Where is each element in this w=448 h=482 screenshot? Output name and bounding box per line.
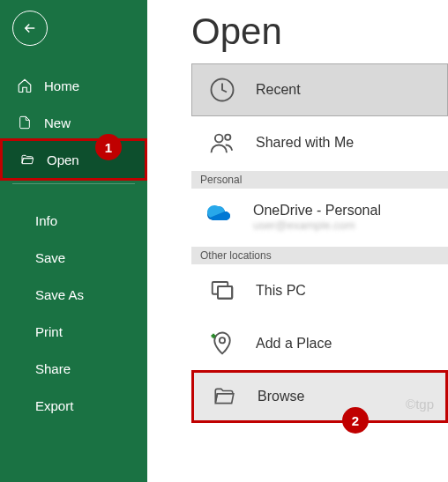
nav-save[interactable]: Save — [0, 239, 147, 276]
svg-point-2 — [225, 135, 230, 140]
nav-open-label: Open — [47, 152, 79, 167]
svg-point-6 — [220, 337, 225, 343]
open-shared-with-me[interactable]: Shared with Me — [191, 116, 448, 169]
annotation-badge-1: 1 — [95, 134, 122, 160]
add-place-icon — [206, 328, 238, 360]
people-icon — [206, 127, 238, 159]
nav-home[interactable]: Home — [0, 67, 147, 104]
nav-export-label: Export — [35, 398, 73, 413]
nav-save-as-label: Save As — [35, 287, 84, 302]
nav-info[interactable]: Info — [0, 202, 147, 239]
backstage-sidebar: Home New Open Info Save Save As Print Sh… — [0, 0, 147, 482]
nav-save-as[interactable]: Save As — [0, 276, 147, 313]
onedrive-subtitle: user@example.com — [253, 219, 381, 232]
section-personal: Personal — [191, 171, 448, 189]
open-shared-label: Shared with Me — [256, 135, 354, 151]
open-recent-label: Recent — [256, 82, 301, 98]
nav-home-label: Home — [44, 78, 79, 93]
folder-open-icon — [19, 151, 36, 168]
back-button[interactable] — [12, 11, 48, 46]
nav-new[interactable]: New — [0, 104, 147, 141]
page-title: Open — [191, 11, 448, 53]
nav-info-label: Info — [35, 213, 57, 228]
onedrive-title: OneDrive - Personal — [253, 203, 381, 219]
back-arrow-icon — [22, 20, 38, 36]
svg-point-1 — [215, 135, 223, 143]
open-recent[interactable]: Recent — [191, 63, 448, 116]
watermark: ©tgp — [406, 397, 434, 412]
nav-open[interactable]: Open — [0, 138, 147, 181]
open-add-place-label: Add a Place — [256, 336, 332, 352]
document-icon — [16, 114, 34, 131]
nav-share[interactable]: Share — [0, 350, 147, 387]
home-icon — [16, 77, 34, 94]
section-other-locations: Other locations — [191, 247, 448, 264]
nav-print[interactable]: Print — [0, 313, 147, 350]
open-onedrive-personal[interactable]: OneDrive - Personal user@example.com — [191, 189, 448, 245]
folder-browse-icon — [208, 381, 240, 412]
svg-rect-4 — [218, 286, 232, 299]
annotation-badge-2: 2 — [342, 407, 369, 434]
onedrive-icon — [205, 201, 237, 233]
open-browse-label: Browse — [258, 389, 304, 404]
open-this-pc[interactable]: This PC — [191, 264, 448, 317]
nav-share-label: Share — [35, 361, 71, 376]
open-this-pc-label: This PC — [256, 283, 306, 299]
clock-icon — [206, 74, 238, 106]
nav-print-label: Print — [35, 324, 63, 339]
open-add-place[interactable]: Add a Place — [191, 317, 448, 370]
sidebar-divider — [12, 183, 135, 184]
nav-new-label: New — [44, 115, 71, 130]
main-panel: Open Recent Shared with Me Personal OneD… — [147, 0, 448, 482]
this-pc-icon — [206, 275, 238, 307]
nav-export[interactable]: Export — [0, 387, 147, 424]
nav-save-label: Save — [35, 250, 65, 265]
